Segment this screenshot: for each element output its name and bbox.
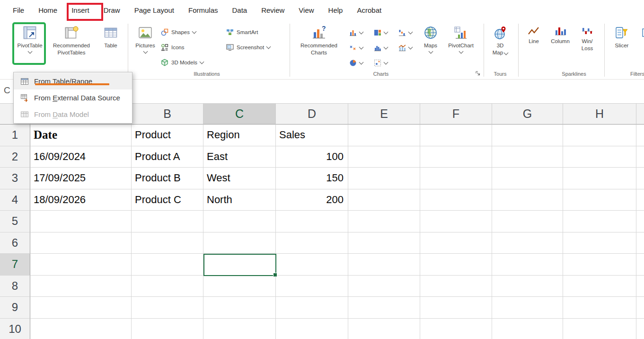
3d-models-button[interactable]: 3D Models bbox=[161, 57, 203, 68]
cell-D2[interactable]: 100 bbox=[276, 146, 348, 168]
row-header-10[interactable]: 10 bbox=[0, 319, 30, 339]
cell[interactable] bbox=[203, 276, 276, 297]
column-header-D[interactable]: D bbox=[276, 103, 348, 125]
cell[interactable] bbox=[563, 189, 636, 211]
row-header-1[interactable]: 1 bbox=[0, 125, 30, 146]
cell[interactable] bbox=[492, 125, 563, 146]
cell[interactable] bbox=[203, 319, 276, 339]
insert-column-chart-button[interactable] bbox=[349, 27, 371, 39]
cell[interactable] bbox=[132, 276, 203, 297]
cell-B2[interactable]: Product A bbox=[132, 146, 203, 168]
row-header-2[interactable]: 2 bbox=[0, 146, 30, 168]
cell[interactable] bbox=[420, 319, 492, 339]
cell[interactable] bbox=[563, 125, 636, 146]
cell-B4[interactable]: Product C bbox=[132, 189, 203, 211]
cell[interactable] bbox=[30, 254, 132, 276]
cell[interactable] bbox=[492, 319, 563, 339]
cell[interactable] bbox=[563, 168, 636, 189]
sparkline-column-button[interactable]: Column bbox=[548, 26, 573, 44]
insert-waterfall-chart-button[interactable] bbox=[398, 27, 420, 39]
cell[interactable] bbox=[30, 297, 132, 319]
tab-view[interactable]: View bbox=[291, 0, 321, 21]
cell[interactable] bbox=[30, 211, 132, 232]
cell-A4[interactable]: 18/09/2026 bbox=[30, 189, 132, 211]
cell[interactable] bbox=[492, 168, 563, 189]
sparkline-winloss-button[interactable]: Win/ Loss bbox=[575, 26, 599, 51]
cell-B3[interactable]: Product B bbox=[132, 168, 203, 189]
cell[interactable] bbox=[420, 254, 492, 276]
smartart-button[interactable]: SmartArt bbox=[226, 27, 258, 38]
cell[interactable] bbox=[492, 211, 563, 232]
cell[interactable] bbox=[420, 297, 492, 319]
cell-D4[interactable]: 200 bbox=[276, 189, 348, 211]
cell[interactable] bbox=[132, 232, 203, 254]
cell[interactable] bbox=[420, 146, 492, 168]
insert-hierarchy-chart-button[interactable] bbox=[373, 27, 395, 39]
cell[interactable] bbox=[420, 168, 492, 189]
insert-statistic-chart-button[interactable] bbox=[373, 42, 395, 54]
cell[interactable] bbox=[276, 211, 348, 232]
table-button[interactable]: Table bbox=[98, 24, 123, 65]
tab-help[interactable]: Help bbox=[321, 0, 350, 21]
cell[interactable] bbox=[492, 254, 563, 276]
cell[interactable] bbox=[563, 297, 636, 319]
cell[interactable] bbox=[492, 232, 563, 254]
recommended-pivottables-button[interactable]: Recommended PivotTables bbox=[47, 24, 96, 65]
cell[interactable] bbox=[30, 276, 132, 297]
cell[interactable] bbox=[132, 319, 203, 339]
cell-C2[interactable]: East bbox=[203, 146, 276, 168]
row-header-4[interactable]: 4 bbox=[0, 189, 30, 211]
cell[interactable] bbox=[563, 232, 636, 254]
cell-C4[interactable]: North bbox=[203, 189, 276, 211]
cell[interactable] bbox=[276, 276, 348, 297]
sparkline-line-button[interactable]: Line bbox=[523, 26, 544, 44]
cell[interactable] bbox=[420, 189, 492, 211]
cell[interactable] bbox=[348, 211, 420, 232]
cell[interactable] bbox=[348, 146, 420, 168]
cell[interactable] bbox=[203, 211, 276, 232]
pivottable-button[interactable]: PivotTable bbox=[15, 24, 44, 65]
cell[interactable] bbox=[563, 211, 636, 232]
cell[interactable] bbox=[348, 232, 420, 254]
cell[interactable] bbox=[348, 254, 420, 276]
cell[interactable] bbox=[563, 276, 636, 297]
tab-review[interactable]: Review bbox=[254, 0, 291, 21]
insert-pie-chart-button[interactable] bbox=[349, 57, 371, 69]
cell[interactable] bbox=[348, 276, 420, 297]
cell-C1[interactable]: Region bbox=[203, 125, 276, 146]
cell[interactable] bbox=[203, 297, 276, 319]
column-header-G[interactable]: G bbox=[492, 103, 563, 125]
cell-A3[interactable]: 17/09/2025 bbox=[30, 168, 132, 189]
cell[interactable] bbox=[30, 319, 132, 339]
cell[interactable] bbox=[492, 146, 563, 168]
timeline-button[interactable]: Tim bbox=[637, 24, 644, 65]
cell[interactable] bbox=[132, 297, 203, 319]
cell[interactable] bbox=[492, 189, 563, 211]
recommended-charts-button[interactable]: ? Recommended Charts bbox=[294, 24, 344, 65]
tab-acrobat[interactable]: Acrobat bbox=[350, 0, 388, 21]
cell[interactable] bbox=[420, 211, 492, 232]
maps-button[interactable]: Maps bbox=[419, 24, 442, 65]
menu-item-from-external-data-source[interactable]: From External Data Source bbox=[14, 89, 132, 106]
cell-D3[interactable]: 150 bbox=[276, 168, 348, 189]
cell[interactable] bbox=[563, 146, 636, 168]
charts-dialog-launcher[interactable] bbox=[475, 71, 481, 76]
pictures-button[interactable]: Pictures bbox=[133, 24, 158, 65]
cell-B1[interactable]: Product bbox=[132, 125, 203, 146]
cell[interactable] bbox=[563, 254, 636, 276]
row-header-9[interactable]: 9 bbox=[0, 297, 30, 319]
cell[interactable] bbox=[348, 189, 420, 211]
row-header-7[interactable]: 7 bbox=[0, 254, 30, 276]
column-header-F[interactable]: F bbox=[420, 103, 492, 125]
cell[interactable] bbox=[348, 319, 420, 339]
cell[interactable] bbox=[276, 232, 348, 254]
tab-insert[interactable]: Insert bbox=[64, 0, 97, 21]
row-header-6[interactable]: 6 bbox=[0, 232, 30, 254]
cell[interactable] bbox=[420, 276, 492, 297]
cell-A1[interactable]: Date bbox=[30, 125, 132, 146]
pivotchart-button[interactable]: PivotChart bbox=[446, 24, 476, 65]
tab-formulas[interactable]: Formulas bbox=[181, 0, 225, 21]
row-header-3[interactable]: 3 bbox=[0, 168, 30, 189]
row-header-8[interactable]: 8 bbox=[0, 276, 30, 297]
tab-home[interactable]: Home bbox=[31, 0, 64, 21]
